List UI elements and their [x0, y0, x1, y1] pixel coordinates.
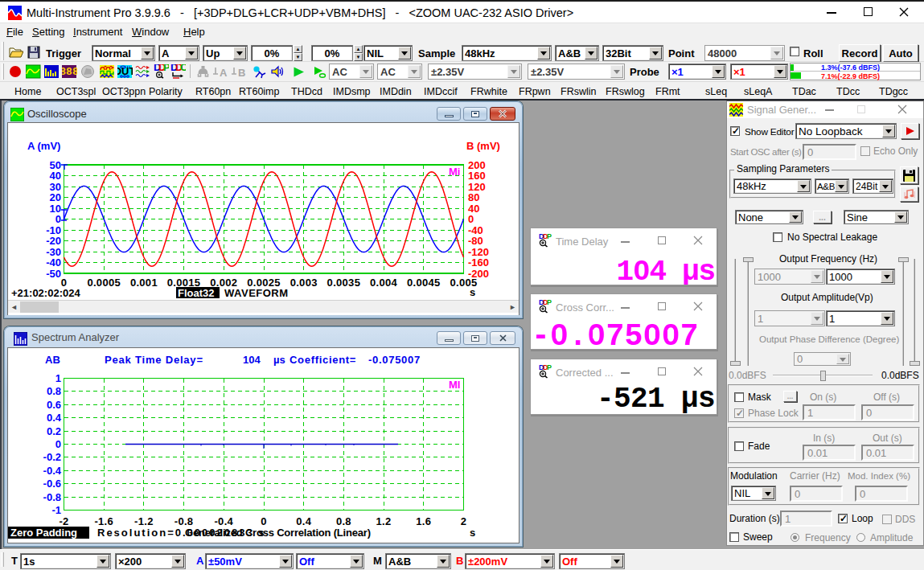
svg-text:0.0035: 0.0035: [327, 277, 361, 289]
svg-text:WAVEFORM: WAVEFORM: [224, 287, 289, 299]
svg-text:0.003: 0.003: [290, 277, 318, 289]
svg-text:-1.6: -1.6: [94, 515, 113, 527]
svg-text:µs: µs: [273, 354, 285, 366]
svg-text:-50: -50: [46, 268, 61, 280]
svg-text:B (mV): B (mV): [466, 140, 500, 152]
svg-text:-0.8: -0.8: [175, 515, 194, 527]
svg-text:1.6: 1.6: [416, 515, 431, 527]
svg-text:-0.4: -0.4: [214, 515, 233, 527]
svg-text:104: 104: [243, 354, 261, 366]
svg-text:0: 0: [261, 515, 267, 527]
svg-text:C: C: [180, 64, 186, 73]
svg-text:Peak Time Delay=: Peak Time Delay=: [105, 354, 203, 366]
svg-text:0.4: 0.4: [47, 412, 62, 424]
svg-text:0.6: 0.6: [47, 399, 61, 411]
svg-text:0.0045: 0.0045: [407, 277, 441, 289]
svg-text:A: A: [220, 67, 228, 79]
svg-text:0.4: 0.4: [296, 515, 311, 527]
svg-text:s: s: [470, 286, 475, 298]
svg-text:+21:02:02:024: +21:02:02:024: [11, 287, 80, 299]
svg-text:Zero Padding: Zero Padding: [10, 527, 77, 539]
svg-text:Generalized Cross Correlation: Generalized Cross Correlation (Linear): [185, 527, 371, 539]
svg-text:0.8: 0.8: [47, 385, 61, 397]
svg-text:-0.4: -0.4: [43, 465, 62, 477]
svg-text:Mi: Mi: [449, 166, 460, 178]
svg-text:B: B: [238, 67, 245, 79]
svg-text:-0.8: -0.8: [43, 491, 61, 503]
svg-text:2: 2: [461, 515, 467, 527]
svg-text:0.001: 0.001: [130, 277, 158, 289]
svg-text:-1.2: -1.2: [134, 515, 154, 527]
svg-text:0.0005: 0.0005: [87, 277, 121, 289]
svg-text:-0.6: -0.6: [43, 478, 61, 490]
svg-text:0.8: 0.8: [336, 515, 351, 527]
svg-text:Coefficient=: Coefficient=: [290, 354, 356, 366]
svg-text:AB: AB: [45, 354, 60, 366]
svg-text:1.2: 1.2: [376, 515, 392, 527]
svg-text:s: s: [470, 527, 475, 539]
svg-text:-0.075007: -0.075007: [368, 354, 421, 366]
svg-text:0: 0: [55, 438, 61, 450]
svg-text:-0.2: -0.2: [43, 451, 61, 463]
svg-text:A (mV): A (mV): [27, 140, 60, 152]
svg-text:P: P: [163, 64, 169, 73]
svg-text:-2: -2: [59, 515, 68, 527]
svg-text:Float32: Float32: [178, 287, 215, 299]
svg-text:0.004: 0.004: [370, 277, 398, 289]
svg-text:1: 1: [55, 372, 61, 384]
svg-text:DUT: DUT: [117, 65, 133, 77]
svg-text:MI: MI: [449, 379, 460, 391]
svg-text:-1: -1: [51, 504, 61, 516]
svg-text:0.2: 0.2: [47, 425, 61, 437]
svg-text:888: 888: [62, 66, 77, 78]
